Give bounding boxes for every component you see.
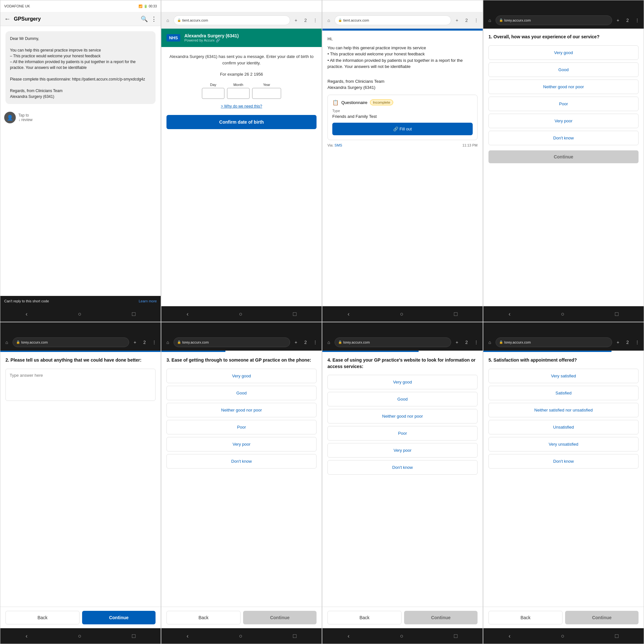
q3-option-very-poor[interactable]: Very poor <box>166 437 317 451</box>
nav-home-btn-2[interactable]: ○ <box>239 311 242 317</box>
nav-home-btn-8[interactable]: ○ <box>561 633 564 639</box>
search-icon[interactable]: 🔍 <box>141 15 148 23</box>
back-button[interactable]: ← <box>4 15 11 23</box>
new-tab-btn-2[interactable]: + <box>292 16 300 24</box>
q4-option-good[interactable]: Good <box>327 392 478 406</box>
new-tab-btn-5[interactable]: + <box>131 338 139 346</box>
tabs-btn-8[interactable]: 2 <box>624 338 631 346</box>
q4-option-very-poor[interactable]: Very poor <box>327 443 478 458</box>
nav-square-btn[interactable]: □ <box>132 311 136 317</box>
option-dont-know[interactable]: Don't know <box>488 131 639 145</box>
url-bar-8[interactable]: 🔒 lorey.accurx.com <box>496 337 612 347</box>
continue-button-q2[interactable]: Continue <box>82 611 156 624</box>
fill-out-button[interactable]: 🔗 Fill out <box>332 123 473 135</box>
q3-option-good[interactable]: Good <box>166 386 317 400</box>
q4-option-poor[interactable]: Poor <box>327 426 478 440</box>
nav-home-btn-7[interactable]: ○ <box>400 633 403 639</box>
continue-button-q3[interactable]: Continue <box>243 611 317 624</box>
more-icon[interactable]: ⋮ <box>151 15 157 23</box>
nav-square-btn-3[interactable]: □ <box>454 311 458 317</box>
nav-back-btn-7[interactable]: ‹ <box>347 633 349 639</box>
home-btn-8[interactable]: ⌂ <box>486 338 494 346</box>
back-button-q2[interactable]: Back <box>5 611 80 624</box>
nav-back-btn-6[interactable]: ‹ <box>186 633 188 639</box>
day-input[interactable] <box>202 88 224 99</box>
menu-btn-8[interactable]: ⋮ <box>633 338 641 346</box>
nav-home-btn-3[interactable]: ○ <box>400 311 403 317</box>
menu-btn-2[interactable]: ⋮ <box>311 16 319 24</box>
new-tab-btn-8[interactable]: + <box>614 338 622 346</box>
home-btn-4[interactable]: ⌂ <box>486 16 494 24</box>
q5-option-very-unsatisfied[interactable]: Very unsatisfied <box>488 437 639 451</box>
nav-home-btn-5[interactable]: ○ <box>78 633 81 639</box>
tabs-btn-3[interactable]: 2 <box>463 16 470 24</box>
option-very-poor[interactable]: Very poor <box>488 114 639 128</box>
month-input[interactable] <box>227 88 250 99</box>
q5-option-satisfied[interactable]: Satisfied <box>488 386 639 400</box>
continue-button-q4[interactable]: Continue <box>404 611 478 624</box>
home-btn-7[interactable]: ⌂ <box>325 338 333 346</box>
new-tab-btn-7[interactable]: + <box>453 338 461 346</box>
nav-back-btn[interactable]: ‹ <box>25 311 27 317</box>
option-neither[interactable]: Neither good nor poor <box>488 80 639 94</box>
nav-square-btn-6[interactable]: □ <box>293 633 297 639</box>
q3-option-poor[interactable]: Poor <box>166 420 317 434</box>
learn-more-link[interactable]: Learn more <box>139 299 157 303</box>
q3-option-very-good[interactable]: Very good <box>166 369 317 383</box>
tabs-btn-6[interactable]: 2 <box>302 338 309 346</box>
tabs-btn-7[interactable]: 2 <box>463 338 470 346</box>
option-very-good[interactable]: Very good <box>488 45 639 60</box>
url-bar-6[interactable]: 🔒 lorey.accurx.com <box>174 337 290 347</box>
home-btn-6[interactable]: ⌂ <box>164 338 172 346</box>
tabs-btn-2[interactable]: 2 <box>302 16 309 24</box>
confirm-dob-button[interactable]: Confirm date of birth <box>166 115 317 129</box>
nav-back-btn-4[interactable]: ‹ <box>508 311 510 317</box>
continue-button-q5[interactable]: Continue <box>565 611 639 624</box>
q4-option-very-good[interactable]: Very good <box>327 375 478 389</box>
q5-option-very-satisfied[interactable]: Very satisfied <box>488 369 639 383</box>
q5-option-unsatisfied[interactable]: Unsatisfied <box>488 420 639 434</box>
q4-option-dont-know[interactable]: Don't know <box>327 460 478 475</box>
nav-square-btn-8[interactable]: □ <box>615 633 619 639</box>
back-button-q4[interactable]: Back <box>327 611 402 624</box>
q4-option-neither[interactable]: Neither good nor poor <box>327 409 478 423</box>
nav-home-btn-6[interactable]: ○ <box>239 633 242 639</box>
option-poor[interactable]: Poor <box>488 97 639 111</box>
continue-button-q1[interactable]: Continue <box>488 150 639 163</box>
menu-btn-5[interactable]: ⋮ <box>150 338 158 346</box>
url-bar-4[interactable]: 🔒 lorey.accurx.com <box>496 15 612 25</box>
nav-back-btn-2[interactable]: ‹ <box>186 311 188 317</box>
home-btn-5[interactable]: ⌂ <box>3 338 11 346</box>
nav-square-btn-2[interactable]: □ <box>293 311 297 317</box>
tabs-btn-4[interactable]: 2 <box>624 16 631 24</box>
url-bar-7[interactable]: 🔒 lorey.accurx.com <box>335 337 451 347</box>
new-tab-btn-4[interactable]: + <box>614 16 622 24</box>
why-link[interactable]: > Why do we need this? <box>166 104 317 109</box>
back-button-q3[interactable]: Back <box>166 611 241 624</box>
year-input[interactable] <box>252 88 281 99</box>
nav-back-btn-3[interactable]: ‹ <box>347 311 349 317</box>
back-button-q5[interactable]: Back <box>488 611 563 624</box>
menu-btn-7[interactable]: ⋮ <box>472 338 480 346</box>
nav-back-btn-5[interactable]: ‹ <box>25 633 27 639</box>
nav-square-btn-5[interactable]: □ <box>132 633 136 639</box>
q2-textarea[interactable] <box>5 369 156 401</box>
q3-option-dont-know[interactable]: Don't know <box>166 454 317 469</box>
menu-btn-4[interactable]: ⋮ <box>633 16 641 24</box>
url-bar-2[interactable]: 🔒 tient.accurx.com <box>174 15 290 25</box>
new-tab-btn-6[interactable]: + <box>292 338 300 346</box>
new-tab-btn-3[interactable]: + <box>453 16 461 24</box>
nav-square-btn-4[interactable]: □ <box>615 311 619 317</box>
home-btn-2[interactable]: ⌂ <box>164 16 172 24</box>
q3-option-neither[interactable]: Neither good nor poor <box>166 403 317 417</box>
url-bar-5[interactable]: 🔒 lorey.accurx.com <box>13 337 129 347</box>
menu-btn-6[interactable]: ⋮ <box>311 338 319 346</box>
tap-to-review[interactable]: Tap to↓ review <box>18 113 157 122</box>
nav-back-btn-8[interactable]: ‹ <box>508 633 510 639</box>
q5-option-neither[interactable]: Neither satisfied nor unsatisfied <box>488 403 639 417</box>
url-bar-3[interactable]: 🔒 tient.accurx.com <box>335 15 451 25</box>
sms-link[interactable]: SMS <box>335 143 342 147</box>
q5-option-dont-know[interactable]: Don't know <box>488 454 639 469</box>
menu-btn-3[interactable]: ⋮ <box>472 16 480 24</box>
nav-square-btn-7[interactable]: □ <box>454 633 458 639</box>
